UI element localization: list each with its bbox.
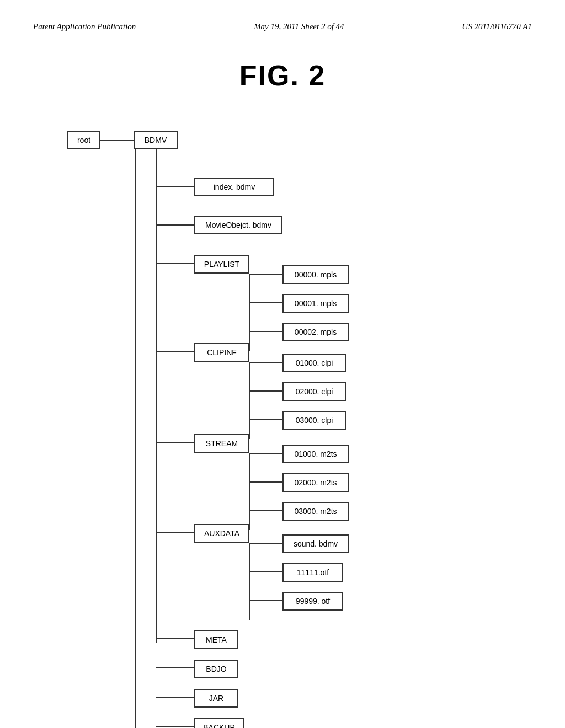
header-patent-number: US 2011/0116770 A1 (462, 22, 532, 31)
node-jar: JAR (194, 689, 238, 708)
node-index: index. bdmv (194, 178, 274, 196)
node-sound: sound. bdmv (282, 534, 349, 553)
figure-title: FIG. 2 (0, 59, 565, 92)
node-backup: BACKUP (194, 718, 244, 728)
node-clpi2: 03000. clpi (282, 411, 346, 430)
node-playlist: PLAYLIST (194, 255, 249, 274)
node-clpi0: 01000. clpi (282, 354, 346, 372)
node-mpls2: 00002. mpls (282, 323, 349, 341)
header-publication: Patent Application Publication (33, 22, 136, 31)
node-mpls1: 00001. mpls (282, 294, 349, 313)
node-otf1: 99999. otf (282, 592, 343, 611)
node-bdjo: BDJO (194, 660, 238, 678)
node-movieobj: MovieObejct. bdmv (194, 216, 282, 234)
node-bdmv: BDMV (134, 131, 178, 149)
node-root: root (67, 131, 100, 149)
node-clpi1: 02000. clpi (282, 382, 346, 401)
node-m2ts0: 01000. m2ts (282, 445, 349, 463)
node-m2ts1: 02000. m2ts (282, 473, 349, 492)
page-header: Patent Application Publication May 19, 2… (0, 0, 565, 42)
node-clipinf: CLIPINF (194, 343, 249, 362)
node-meta: META (194, 630, 238, 649)
node-mpls0: 00000. mpls (282, 265, 349, 284)
header-date-sheet: May 19, 2011 Sheet 2 of 44 (254, 22, 344, 31)
diagram-area: root BDMV index. bdmv MovieObejct. bdmv … (62, 114, 503, 693)
node-stream: STREAM (194, 434, 249, 453)
node-otf0: 11111.otf (282, 563, 343, 582)
node-m2ts2: 03000. m2ts (282, 502, 349, 521)
node-auxdata: AUXDATA (194, 524, 249, 543)
